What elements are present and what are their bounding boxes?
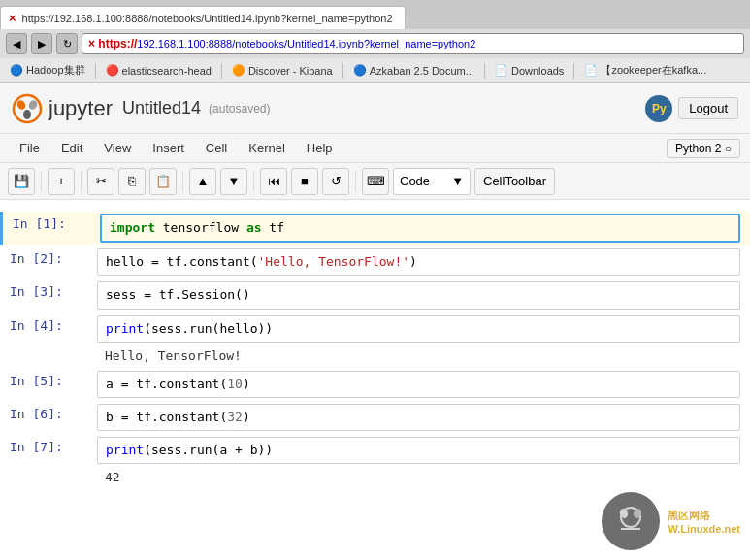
- kernel-label: Python 2 ○: [675, 142, 732, 155]
- cell-1[interactable]: In [1]: import tensorflow as tf: [0, 212, 750, 245]
- separator: [95, 63, 96, 79]
- builtin-func: print: [106, 321, 144, 336]
- move-up-button[interactable]: ▲: [189, 168, 216, 195]
- bookmark-label: Hadoop集群: [26, 63, 85, 78]
- refresh-button[interactable]: ↻: [56, 33, 78, 54]
- python-icon: Py: [645, 95, 672, 122]
- bookmark-azkaban[interactable]: 🔵 Azkaban 2.5 Docum...: [347, 62, 480, 80]
- cell-1-prompt: In [1]:: [13, 214, 100, 243]
- cell-6-content[interactable]: b = tf.constant(32): [97, 404, 740, 431]
- separator: [221, 63, 222, 79]
- paste-button[interactable]: 📋: [149, 168, 177, 195]
- menu-insert[interactable]: Insert: [143, 138, 194, 158]
- output-4-prompt: [10, 346, 97, 365]
- copy-button[interactable]: ⎘: [118, 168, 146, 195]
- bookmark-elasticsearch[interactable]: 🔴 elasticsearch-head: [100, 62, 217, 80]
- bookmark-zookeeper[interactable]: 📄 【zookeeper在kafka...: [578, 61, 712, 80]
- autosaved-label: (autosaved): [209, 102, 270, 115]
- watermark: 黑区网络 W.Linuxde.net: [602, 492, 740, 550]
- tab-title: https://192.168.1.100:8888/notebooks/Unt…: [22, 13, 393, 24]
- cell-5[interactable]: In [5]: a = tf.constant(10): [0, 369, 750, 400]
- run-button[interactable]: ↺: [322, 168, 349, 195]
- menu-kernel[interactable]: Kernel: [239, 138, 295, 158]
- notebook-title[interactable]: Untitled14: [122, 98, 201, 118]
- cell-5-prompt: In [5]:: [10, 371, 97, 398]
- toolbar: 💾 + ✂ ⎘ 📋 ▲ ▼ ⏮ ■ ↺ ⌨ Code ▼ CellToolbar: [0, 163, 750, 200]
- back-button[interactable]: ◀: [6, 33, 27, 54]
- watermark-logo: [602, 492, 660, 550]
- logout-button[interactable]: Logout: [678, 97, 738, 119]
- separator: [41, 171, 42, 192]
- keyword: as: [246, 220, 262, 235]
- cell-toolbar-button[interactable]: CellToolbar: [474, 168, 555, 195]
- cell-4[interactable]: In [4]: print(sess.run(hello)): [0, 313, 750, 345]
- run-prev-button[interactable]: ⏮: [260, 168, 287, 195]
- menu-help[interactable]: Help: [297, 138, 342, 158]
- bookmark-label: 【zookeeper在kafka...: [601, 63, 706, 78]
- jupyter-header: jupyter Untitled14 (autosaved) Py Logout: [0, 83, 750, 134]
- cell-4-content[interactable]: print(sess.run(hello)): [97, 315, 740, 343]
- url-text: 192.168.1.100:8888/notebooks/Untitled14.…: [137, 38, 475, 49]
- add-cell-button[interactable]: +: [48, 168, 75, 195]
- stop-button[interactable]: ■: [291, 168, 318, 195]
- cell-3[interactable]: In [3]: sess = tf.Session(): [0, 280, 750, 311]
- jupyter-name: jupyter: [49, 96, 113, 121]
- cell-3-prompt: In [3]:: [10, 281, 97, 309]
- cell-7[interactable]: In [7]: print(sess.run(a + b)): [0, 435, 750, 466]
- cell-2-content[interactable]: hello = tf.constant('Hello, TensorFlow!'…: [97, 248, 740, 276]
- jupyter-logo-icon: [12, 93, 43, 124]
- hadoop-icon: 🔵: [10, 64, 23, 78]
- zookeeper-icon: 📄: [584, 64, 598, 78]
- cell-2[interactable]: In [2]: hello = tf.constant('Hello, Tens…: [0, 247, 750, 278]
- save-button[interactable]: 💾: [8, 168, 35, 195]
- bookmark-downloads[interactable]: 📄 Downloads: [489, 62, 570, 80]
- separator: [484, 63, 485, 79]
- forward-button[interactable]: ▶: [31, 33, 52, 54]
- address-bar[interactable]: × https:// 192.168.1.100:8888/notebooks/…: [82, 33, 744, 54]
- bookmark-hadoop[interactable]: 🔵 Hadoop集群: [4, 61, 91, 80]
- bookmark-label: Azkaban 2.5 Docum...: [370, 65, 474, 77]
- separator: [355, 171, 356, 192]
- downloads-icon: 📄: [495, 64, 508, 78]
- bookmark-kibana[interactable]: 🟠 Discover - Kibana: [226, 62, 339, 80]
- cut-button[interactable]: ✂: [87, 168, 114, 195]
- menu-file[interactable]: File: [10, 138, 49, 158]
- browser-tab[interactable]: × https://192.168.1.100:8888/notebooks/U…: [0, 6, 406, 29]
- cell-5-content[interactable]: a = tf.constant(10): [97, 371, 740, 398]
- azkaban-icon: 🔵: [353, 64, 367, 78]
- separator: [182, 171, 183, 192]
- watermark-text: 黑区网络 W.Linuxde.net: [668, 509, 740, 535]
- jupyter-logo: jupyter: [12, 93, 113, 124]
- es-icon: 🔴: [106, 64, 119, 78]
- cell-6[interactable]: In [6]: b = tf.constant(32): [0, 402, 750, 433]
- jupyter-logout: Py Logout: [645, 95, 738, 122]
- watermark-svg: [611, 502, 650, 541]
- number-literal: 10: [227, 377, 243, 391]
- menu-view[interactable]: View: [94, 138, 141, 158]
- menu-cell[interactable]: Cell: [196, 138, 237, 158]
- bookmark-label: Discover - Kibana: [248, 65, 333, 77]
- cell-1-content[interactable]: import tensorflow as tf: [100, 214, 740, 243]
- separator: [253, 171, 254, 192]
- bookmark-label: Downloads: [511, 65, 564, 77]
- cell-3-content[interactable]: sess = tf.Session(): [97, 281, 740, 309]
- menu-edit[interactable]: Edit: [51, 138, 92, 158]
- dropdown-icon: ▼: [451, 174, 464, 188]
- output-7: 42: [0, 468, 750, 486]
- bookmark-label: elasticsearch-head: [122, 65, 212, 77]
- separator: [81, 171, 82, 192]
- output-4-text: Hello, TensorFlow!: [97, 346, 249, 365]
- move-down-button[interactable]: ▼: [220, 168, 247, 195]
- number-literal: 32: [227, 410, 243, 424]
- cell-7-content[interactable]: print(sess.run(a + b)): [97, 437, 740, 464]
- separator: [573, 63, 574, 79]
- cell-6-prompt: In [6]:: [10, 404, 97, 431]
- kibana-icon: 🟠: [232, 64, 245, 78]
- cell-4-prompt: In [4]:: [10, 315, 97, 343]
- cell-type-select[interactable]: Code ▼: [393, 168, 471, 195]
- keyword: import: [110, 220, 155, 235]
- keyboard-button[interactable]: ⌨: [362, 168, 389, 195]
- output-4: Hello, TensorFlow!: [0, 346, 750, 365]
- output-7-text: 42: [97, 468, 128, 486]
- tab-close-icon[interactable]: ×: [9, 11, 16, 25]
